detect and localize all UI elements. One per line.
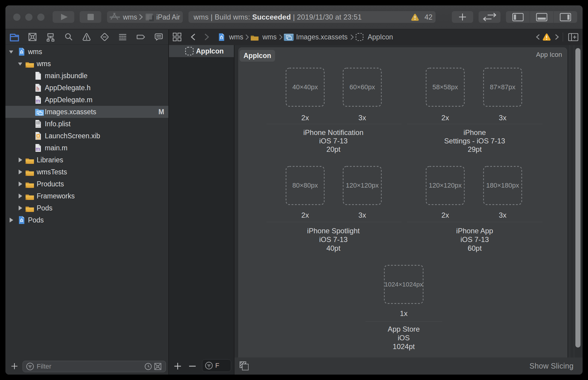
svg-text:m: m — [36, 146, 40, 152]
svg-text:wms: wms — [123, 13, 137, 21]
svg-text:h: h — [36, 85, 39, 92]
svg-text:PLIST: PLIST — [36, 125, 41, 127]
svg-text:m: m — [36, 97, 40, 104]
svg-text:iPad Air: iPad Air — [156, 13, 180, 21]
